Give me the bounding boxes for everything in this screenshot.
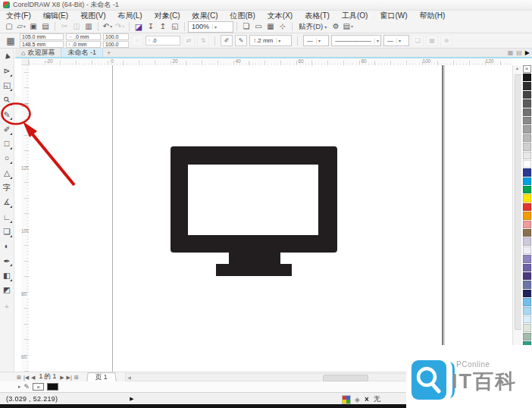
- paste-icon[interactable]: ▥: [83, 21, 95, 33]
- mirror-horizontal-button[interactable]: ⇄: [183, 35, 195, 46]
- palette-swatch[interactable]: [523, 125, 531, 133]
- palette-swatch[interactable]: [523, 324, 531, 331]
- palette-swatch[interactable]: [523, 298, 531, 306]
- previous-page-button[interactable]: ◀: [31, 375, 35, 380]
- scroll-right-icon[interactable]: ▶: [525, 49, 530, 56]
- options-gear-icon[interactable]: ⚙: [330, 21, 342, 33]
- polygon-tool[interactable]: △: [0, 165, 14, 180]
- crop-tool[interactable]: ◱: [0, 78, 14, 93]
- palette-swatch[interactable]: [523, 333, 531, 341]
- center-button[interactable]: ⊕: [440, 35, 452, 46]
- next-page-button[interactable]: ▶: [60, 375, 64, 380]
- publish-pdf-icon[interactable]: ◱: [169, 21, 181, 33]
- palette-swatch[interactable]: [523, 221, 531, 228]
- propbar-button-a[interactable]: ✐: [221, 35, 233, 46]
- document-palette-arrow-icon[interactable]: ▸: [18, 384, 21, 390]
- print-icon[interactable]: ▤: [39, 21, 52, 33]
- view-grid-icon[interactable]: ▦: [508, 49, 514, 56]
- palette-swatch[interactable]: [523, 255, 531, 262]
- import-icon[interactable]: ↧: [145, 21, 157, 33]
- palette-swatch[interactable]: [523, 99, 531, 107]
- palette-swatch[interactable]: [523, 315, 531, 323]
- page-height-field[interactable]: 148.5 mm: [20, 41, 64, 48]
- menu-item[interactable]: 窗口(W): [374, 11, 413, 20]
- to-front-button[interactable]: ▦: [426, 35, 438, 46]
- no-color-swatch[interactable]: ×: [523, 65, 531, 73]
- fullscreen-preview-icon[interactable]: ❏: [240, 21, 252, 33]
- position-y-field[interactable]: ↕.0 mm: [66, 41, 101, 48]
- page-metrics-icon[interactable]: ▦: [4, 36, 17, 46]
- export-icon[interactable]: ↥: [157, 21, 169, 33]
- status-arrow-icon[interactable]: ▶: [130, 396, 133, 402]
- palette-swatch[interactable]: [523, 160, 531, 168]
- monitor-clipart-frame[interactable]: [171, 146, 337, 253]
- copy-icon[interactable]: ◫: [70, 21, 83, 33]
- drawing-canvas[interactable]: [29, 65, 512, 372]
- menu-item[interactable]: 文件(F): [0, 11, 37, 20]
- connector-tool[interactable]: ∟: [0, 209, 14, 224]
- add-page-after-button[interactable]: ⊞: [74, 375, 79, 380]
- palette-swatch[interactable]: [523, 307, 531, 315]
- line-style-combo[interactable]: ———————▾: [331, 35, 381, 46]
- menu-item[interactable]: 效果(C): [186, 11, 224, 20]
- palette-swatch[interactable]: [523, 246, 531, 254]
- palette-swatch[interactable]: [523, 264, 531, 271]
- palette-swatch[interactable]: [523, 74, 531, 81]
- interactive-fill-tool[interactable]: ◧: [0, 268, 14, 282]
- palette-swatch[interactable]: [523, 108, 531, 116]
- menu-item[interactable]: 对象(C): [149, 11, 186, 20]
- scroll-up-icon[interactable]: ▲: [513, 66, 521, 71]
- artistic-media-tool[interactable]: ✐: [0, 121, 14, 136]
- palette-swatch[interactable]: [523, 82, 531, 89]
- first-page-button[interactable]: |◀: [23, 375, 29, 380]
- end-arrowhead-combo[interactable]: —▾: [383, 35, 409, 46]
- last-page-button[interactable]: ▶|: [67, 375, 72, 380]
- palette-swatch[interactable]: [523, 237, 531, 245]
- document-palette-edit-icon[interactable]: ✎: [24, 383, 30, 391]
- propbar-button-b[interactable]: ✎: [235, 35, 247, 46]
- customize-toolbox-button[interactable]: +: [0, 300, 14, 312]
- freehand-tool[interactable]: ✎: [0, 107, 14, 121]
- menu-item[interactable]: 表格(T): [299, 11, 336, 20]
- drop-shadow-tool[interactable]: ❏: [0, 224, 14, 239]
- start-arrowhead-combo[interactable]: —▾: [303, 35, 329, 46]
- palette-swatch[interactable]: [523, 117, 531, 124]
- menu-item[interactable]: 编辑(E): [37, 11, 74, 20]
- horizontal-scroll-thumb[interactable]: [323, 375, 368, 381]
- transparency-tool[interactable]: ◐: [0, 239, 14, 253]
- palette-swatch[interactable]: [523, 177, 531, 185]
- text-wrap-button[interactable]: ❏: [412, 35, 424, 46]
- new-tab-button[interactable]: +: [103, 49, 114, 57]
- redo-icon[interactable]: ↷: [114, 21, 126, 33]
- document-no-color-swatch[interactable]: ×: [33, 383, 44, 391]
- zoom-level-combo[interactable]: 100%▾: [188, 21, 233, 33]
- pick-tool[interactable]: ▶: [0, 49, 14, 63]
- palette-swatch[interactable]: [523, 168, 531, 176]
- show-guidelines-icon[interactable]: ⊹: [277, 21, 289, 33]
- palette-swatch[interactable]: [523, 91, 531, 99]
- palette-swatch[interactable]: [523, 272, 531, 280]
- smart-fill-tool[interactable]: ◩: [0, 283, 14, 297]
- save-icon[interactable]: ▣: [27, 21, 39, 33]
- outline-width-combo[interactable]: ↕ .2 mm▾: [249, 35, 292, 46]
- dimension-tool[interactable]: ∡: [0, 195, 14, 209]
- scale-x-field[interactable]: 100.0: [103, 33, 129, 40]
- view-list-icon[interactable]: ▤: [516, 49, 522, 56]
- cut-icon[interactable]: ✂: [58, 21, 70, 33]
- zoom-tool[interactable]: ⚲: [0, 93, 14, 107]
- scroll-left-icon[interactable]: ◀: [127, 375, 131, 380]
- shape-tool[interactable]: ⊳: [0, 63, 14, 77]
- palette-swatch[interactable]: [523, 290, 531, 297]
- eyedropper-tool[interactable]: ✒: [0, 253, 14, 268]
- page-1-tab[interactable]: 页 1: [86, 372, 116, 381]
- palette-swatch[interactable]: [523, 186, 531, 193]
- scale-y-field[interactable]: 100.0: [103, 41, 129, 48]
- palette-swatch[interactable]: [523, 281, 531, 288]
- mirror-vertical-button[interactable]: ⇅: [197, 35, 209, 46]
- snap-to-dropdown[interactable]: 贴齐(D): [296, 22, 330, 32]
- menu-item[interactable]: 文本(X): [261, 11, 299, 20]
- rotation-angle-field[interactable]: ○.0: [146, 36, 180, 46]
- show-grid-icon[interactable]: ▦: [264, 21, 277, 33]
- palette-swatch[interactable]: [523, 143, 531, 150]
- lock-ratio-button[interactable]: ▫: [131, 35, 143, 46]
